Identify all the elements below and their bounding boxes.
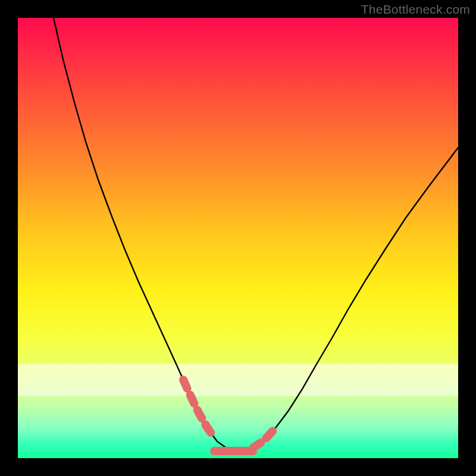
plot-area: [18, 18, 458, 458]
right-highlight-segment: [253, 430, 274, 448]
left-highlight-segment: [183, 380, 214, 437]
curve-layer: [18, 18, 458, 458]
watermark-text: TheBottleneck.com: [361, 2, 470, 17]
bottleneck-curve: [54, 18, 458, 451]
outer-frame: TheBottleneck.com: [0, 0, 476, 476]
